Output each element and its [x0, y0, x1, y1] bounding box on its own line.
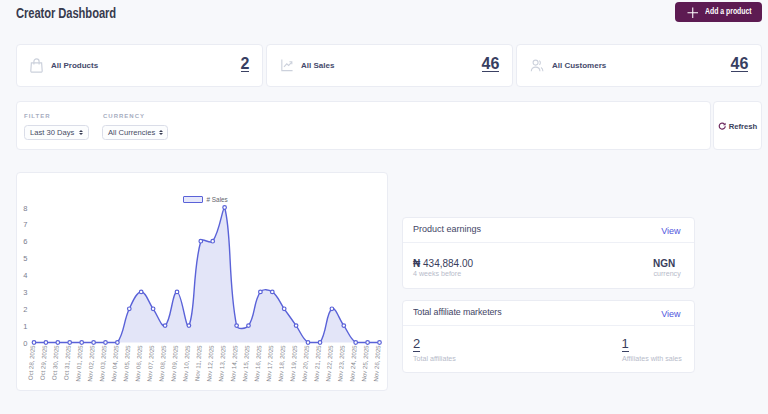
svg-text:3: 3: [23, 288, 27, 297]
svg-text:Nov 01, 2025: Nov 01, 2025: [74, 344, 84, 381]
svg-text:Nov 17, 2025: Nov 17, 2025: [265, 344, 275, 381]
svg-text:5: 5: [23, 254, 27, 263]
svg-text:Nov 20, 2025: Nov 20, 2025: [300, 344, 310, 381]
svg-text:Nov 12, 2025: Nov 12, 2025: [205, 344, 215, 381]
svg-text:Nov 08, 2025: Nov 08, 2025: [158, 344, 168, 381]
svg-text:Nov 15, 2025: Nov 15, 2025: [241, 344, 251, 381]
svg-text:Nov 04, 2025: Nov 04, 2025: [110, 344, 120, 381]
svg-text:8: 8: [23, 204, 27, 213]
svg-text:Nov 24, 2025: Nov 24, 2025: [348, 344, 358, 381]
svg-text:Nov 03, 2025: Nov 03, 2025: [98, 344, 108, 381]
svg-text:Nov 07, 2025: Nov 07, 2025: [146, 344, 156, 381]
svg-text:Nov 09, 2025: Nov 09, 2025: [169, 344, 179, 381]
svg-text:Nov 19, 2025: Nov 19, 2025: [289, 344, 299, 381]
svg-text:Nov 16, 2025: Nov 16, 2025: [253, 344, 263, 381]
svg-text:Nov 18, 2025: Nov 18, 2025: [277, 344, 287, 381]
svg-text:Nov 25, 2025: Nov 25, 2025: [360, 344, 370, 381]
svg-text:Nov 21, 2025: Nov 21, 2025: [312, 344, 322, 381]
svg-text:Nov 02, 2025: Nov 02, 2025: [86, 344, 96, 381]
svg-text:Oct 30, 2025: Oct 30, 2025: [50, 344, 59, 380]
svg-text:Nov 14, 2025: Nov 14, 2025: [229, 344, 239, 381]
svg-text:Nov 05, 2025: Nov 05, 2025: [122, 344, 132, 381]
svg-text:Nov 06, 2025: Nov 06, 2025: [134, 344, 144, 381]
svg-text:Oct 31, 2025: Oct 31, 2025: [62, 344, 71, 380]
svg-text:Nov 13, 2025: Nov 13, 2025: [217, 344, 227, 381]
svg-text:Nov 10, 2025: Nov 10, 2025: [181, 344, 191, 381]
svg-text:6: 6: [23, 237, 27, 246]
svg-text:Nov 22, 2025: Nov 22, 2025: [324, 344, 334, 381]
svg-text:Nov 23, 2025: Nov 23, 2025: [336, 344, 346, 381]
svg-text:Oct 28, 2025: Oct 28, 2025: [27, 344, 36, 380]
svg-text:Oct 29, 2025: Oct 29, 2025: [38, 344, 47, 380]
svg-text:Nov 26, 2025: Nov 26, 2025: [372, 344, 382, 381]
svg-text:7: 7: [23, 220, 27, 229]
svg-text:1: 1: [23, 322, 27, 331]
svg-text:2: 2: [23, 305, 27, 314]
svg-text:Nov 11, 2025: Nov 11, 2025: [193, 344, 203, 381]
svg-text:0: 0: [23, 339, 27, 348]
svg-text:4: 4: [23, 271, 27, 280]
